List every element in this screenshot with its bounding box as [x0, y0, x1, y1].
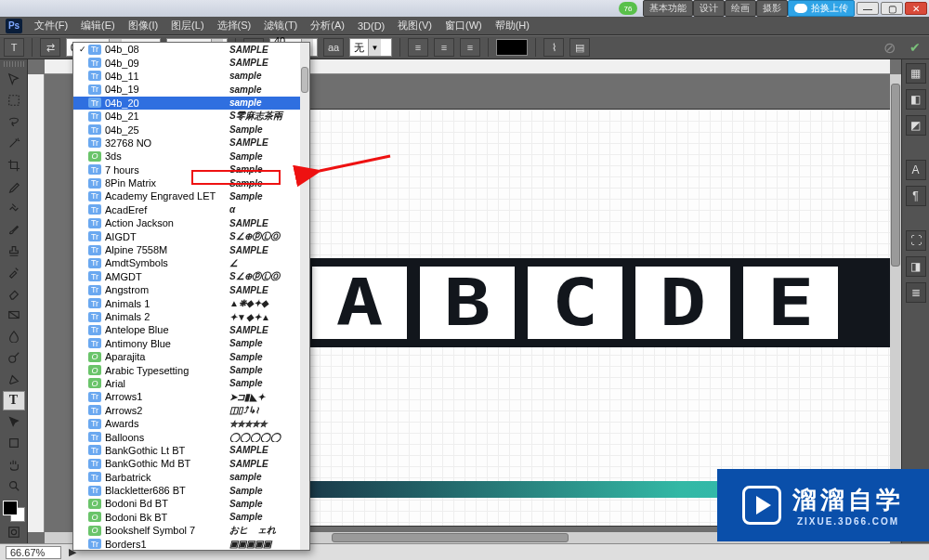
dodge-tool[interactable]	[3, 348, 25, 368]
tool-preset-icon[interactable]: T	[4, 38, 24, 57]
font-item-Borders1[interactable]: TrBorders1▣▣▣▣▣	[73, 537, 309, 550]
zoom-tool[interactable]	[3, 476, 25, 496]
artboard[interactable]: A B C D E	[308, 110, 901, 526]
quickmask-toggle[interactable]	[3, 523, 25, 542]
font-item-Bookshelf-Symbol-7[interactable]: OBookshelf Symbol 7おヒゟェれ	[73, 524, 309, 537]
menu-edit[interactable]: 编辑(E)	[76, 17, 120, 34]
upload-button[interactable]: 拾换上传	[788, 0, 855, 17]
font-item-Aparajita[interactable]: OAparajitaSample	[73, 350, 309, 363]
font-list[interactable]: ✓Tr04b_08SAMPLETr04b_09SAMPLETr04b_11sam…	[73, 43, 309, 550]
font-item-04b_08[interactable]: ✓Tr04b_08SAMPLE	[73, 43, 309, 56]
font-item-Arrows2[interactable]: TrArrows2◫▯⤴↳≀	[73, 404, 309, 417]
font-item-AIGDT[interactable]: TrAIGDTS∠⊕ⓟⓁⓄ	[73, 229, 309, 242]
font-item-Bodoni-Bd-BT[interactable]: OBodoni Bd BTSample	[73, 497, 309, 510]
font-item-Animals-2[interactable]: TrAnimals 2✦▼◆✦▲	[73, 310, 309, 323]
font-item-04b_20[interactable]: Tr04b_20sample	[73, 97, 309, 110]
menu-image[interactable]: 图像(I)	[124, 17, 163, 34]
panel-color-icon[interactable]: ▦	[906, 63, 926, 84]
text-color-swatch[interactable]	[496, 39, 528, 56]
font-item-AcadEref[interactable]: TrAcadErefα	[73, 203, 309, 216]
menu-select[interactable]: 选择(S)	[213, 17, 256, 34]
antialias-combo[interactable]: 无▼	[349, 38, 392, 57]
marquee-tool[interactable]	[3, 91, 25, 111]
menu-analyze[interactable]: 分析(A)	[306, 17, 349, 34]
font-item-04b_25[interactable]: Tr04b_25Sample	[73, 123, 309, 136]
font-item-BankGothic-Lt-BT[interactable]: TrBankGothic Lt BTSAMPLE	[73, 444, 309, 457]
stamp-tool[interactable]	[3, 241, 25, 260]
font-item-04b_11[interactable]: Tr04b_11sample	[73, 70, 309, 83]
panel-char-icon[interactable]: A	[906, 160, 926, 180]
brush-tool[interactable]	[3, 219, 25, 239]
char-panel-icon[interactable]: ▤	[569, 38, 590, 57]
align-center[interactable]: ≡	[434, 38, 454, 57]
menu-file[interactable]: 文件(F)	[30, 17, 72, 34]
font-item-04b_09[interactable]: Tr04b_09SAMPLE	[73, 56, 309, 69]
font-item-04b_19[interactable]: Tr04b_19sample	[73, 83, 309, 96]
font-item-Arial[interactable]: OArialSample	[73, 377, 309, 390]
blur-tool[interactable]	[3, 326, 25, 345]
panel-para-icon[interactable]: ¶	[906, 186, 926, 206]
font-item-Antelope-Blue[interactable]: TrAntelope BlueSAMPLE	[73, 323, 309, 336]
font-item-Awards[interactable]: TrAwards✮✮✮✮✮	[73, 417, 309, 430]
font-item-AMGDT[interactable]: TrAMGDTS∠⊕ⓟⓁⓄ	[73, 270, 309, 283]
wand-tool[interactable]	[3, 134, 25, 153]
font-item-Blackletter686-BT[interactable]: TrBlackletter686 BTSample	[73, 484, 309, 497]
font-item-BankGothic-Md-BT[interactable]: TrBankGothic Md BTSAMPLE	[73, 457, 309, 470]
eyedropper-tool[interactable]	[3, 176, 25, 196]
gradient-tool[interactable]	[3, 305, 25, 324]
font-item-04b_21[interactable]: Tr04b_21S零麻志茶兩	[73, 110, 309, 123]
lasso-tool[interactable]	[3, 112, 25, 132]
workspace-paint[interactable]: 绘画	[725, 0, 756, 17]
font-item-8Pin-Matrix[interactable]: Tr8Pin MatrixSample	[73, 176, 309, 189]
menu-filter[interactable]: 滤镜(T)	[259, 17, 302, 34]
maximize-button[interactable]: ▢	[881, 2, 903, 15]
menu-view[interactable]: 视图(V)	[393, 17, 437, 34]
font-item-Arrows1[interactable]: TrArrows1➤⊐▮◣✦	[73, 390, 309, 403]
font-item-Angstrom[interactable]: TrAngstromSAMPLE	[73, 283, 309, 296]
font-item-Bodoni-Bk-BT[interactable]: OBodoni Bk BTSample	[73, 511, 309, 524]
font-item-3ds[interactable]: O3dsSample	[73, 150, 309, 163]
scroll-thumb[interactable]	[332, 533, 569, 542]
scroll-thumb[interactable]	[891, 84, 900, 267]
menu-help[interactable]: 帮助(H)	[491, 17, 534, 34]
font-item-Animals-1[interactable]: TrAnimals 1▲❋◆✦◆	[73, 296, 309, 309]
shape-tool[interactable]	[3, 434, 25, 453]
scrollbar-vertical[interactable]	[890, 74, 901, 532]
align-right[interactable]: ≡	[460, 38, 480, 57]
history-brush-tool[interactable]	[3, 262, 25, 281]
panel-adjust-icon[interactable]: ◨	[906, 256, 926, 277]
eraser-tool[interactable]	[3, 283, 25, 303]
font-family-dropdown[interactable]: ✓Tr04b_08SAMPLETr04b_09SAMPLETr04b_11sam…	[72, 42, 310, 551]
font-item-Academy-Engraved-LET[interactable]: TrAcademy Engraved LETSample	[73, 189, 309, 202]
warp-text-icon[interactable]: ⌇	[543, 38, 564, 57]
chevron-down-icon[interactable]: ▼	[368, 39, 381, 56]
pen-tool[interactable]	[3, 370, 25, 389]
ruler-vertical[interactable]	[28, 74, 45, 532]
panel-nav-icon[interactable]: ⛶	[906, 230, 926, 251]
dropdown-scrollbar[interactable]	[300, 43, 309, 550]
menu-3d[interactable]: 3D(D)	[353, 19, 389, 33]
hand-tool[interactable]	[3, 455, 25, 475]
scroll-thumb[interactable]	[301, 67, 308, 93]
font-item-7-hours[interactable]: Tr7 hoursSample	[73, 163, 309, 176]
font-item-Action-Jackson[interactable]: TrAction JacksonSAMPLE	[73, 216, 309, 229]
font-item-Balloons[interactable]: TrBalloons◯◯◯◯◯	[73, 430, 309, 443]
cancel-edit-icon[interactable]: ⊘	[879, 38, 899, 57]
font-item-Alpine-7558M[interactable]: TrAlpine 7558MSAMPLE	[73, 243, 309, 256]
type-tool[interactable]: T	[3, 391, 25, 410]
crop-tool[interactable]	[3, 155, 25, 175]
zoom-field[interactable]: 66.67%	[6, 546, 61, 559]
font-item-32768-NO[interactable]: Tr32768 NOSAMPLE	[73, 137, 309, 150]
font-item-Arabic-Typesetting[interactable]: OArabic TypesettingSample	[73, 363, 309, 376]
panel-swatches-icon[interactable]: ◧	[906, 89, 926, 110]
panel-grip[interactable]	[4, 61, 24, 67]
panel-styles-icon[interactable]: ◩	[906, 115, 926, 136]
orientation-toggle[interactable]: ⇄	[40, 38, 60, 57]
text-layer[interactable]: A B C D E	[308, 258, 901, 347]
heal-tool[interactable]	[3, 198, 25, 217]
panel-layers-icon[interactable]: ≣	[906, 282, 926, 303]
menu-window[interactable]: 窗口(W)	[440, 17, 487, 34]
align-left[interactable]: ≡	[408, 38, 428, 57]
workspace-design[interactable]: 设计	[693, 0, 725, 17]
menu-layer[interactable]: 图层(L)	[166, 17, 208, 34]
